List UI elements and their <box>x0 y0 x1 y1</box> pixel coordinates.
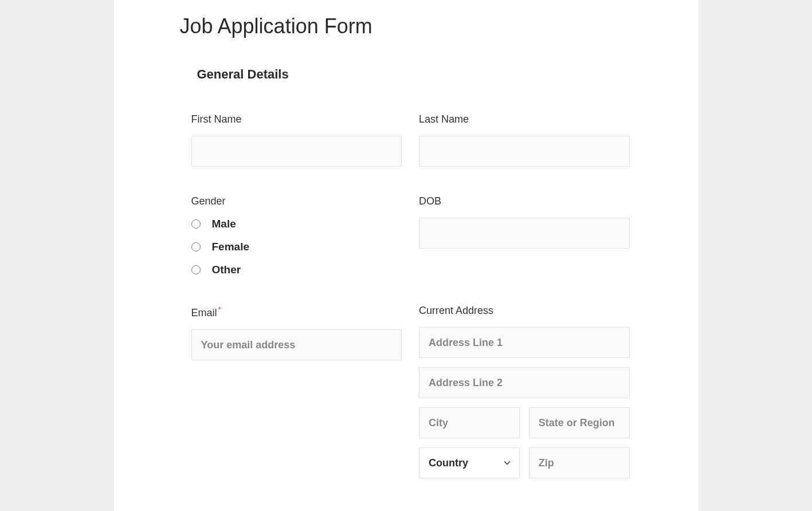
first-name-label: First Name <box>191 113 402 125</box>
dob-input[interactable] <box>419 218 630 249</box>
email-input[interactable] <box>191 329 402 360</box>
email-label-text: Email <box>191 307 217 319</box>
city-input[interactable] <box>419 407 520 438</box>
address-line1-input[interactable] <box>419 327 630 358</box>
last-name-column: Last Name <box>419 113 630 167</box>
country-select[interactable]: Country <box>419 447 520 478</box>
required-indicator: * <box>218 305 221 314</box>
gender-other-item: Other <box>191 264 402 276</box>
gender-female-radio[interactable] <box>191 242 201 251</box>
gender-column: Gender Male Female Other <box>191 195 402 276</box>
gender-dob-row: Gender Male Female Other <box>183 195 630 276</box>
last-name-input[interactable] <box>419 136 630 167</box>
form-container: Job Application Form General Details Fir… <box>114 0 699 511</box>
email-label: Email* <box>191 305 402 319</box>
address-column: Current Address Country <box>419 305 630 478</box>
gender-male-radio[interactable] <box>191 219 201 229</box>
gender-male-label[interactable]: Male <box>212 218 236 230</box>
page-wrapper: Job Application Form General Details Fir… <box>0 0 812 511</box>
gender-other-radio[interactable] <box>191 265 201 274</box>
last-name-label: Last Name <box>419 113 630 125</box>
first-name-column: First Name <box>191 113 402 167</box>
gender-male-item: Male <box>191 218 402 230</box>
address-line2-input[interactable] <box>419 367 630 398</box>
address-group: Country <box>419 327 630 478</box>
zip-input[interactable] <box>529 447 630 478</box>
email-column: Email* <box>191 305 402 478</box>
name-row: First Name Last Name <box>183 113 630 167</box>
gender-female-item: Female <box>191 241 402 253</box>
address-label: Current Address <box>419 305 630 317</box>
gender-label: Gender <box>191 195 402 207</box>
country-zip-row: Country <box>419 447 630 478</box>
gender-radio-group: Male Female Other <box>191 218 402 276</box>
dob-column: DOB <box>419 195 630 276</box>
gender-female-label[interactable]: Female <box>212 241 249 253</box>
gender-other-label[interactable]: Other <box>212 264 241 276</box>
section-title: General Details <box>197 67 630 82</box>
state-input[interactable] <box>529 407 630 438</box>
first-name-input[interactable] <box>191 136 402 167</box>
dob-label: DOB <box>419 195 630 207</box>
form-title: Job Application Form <box>180 14 630 38</box>
email-address-row: Email* Current Address Country <box>183 305 630 478</box>
city-state-row <box>419 407 630 438</box>
